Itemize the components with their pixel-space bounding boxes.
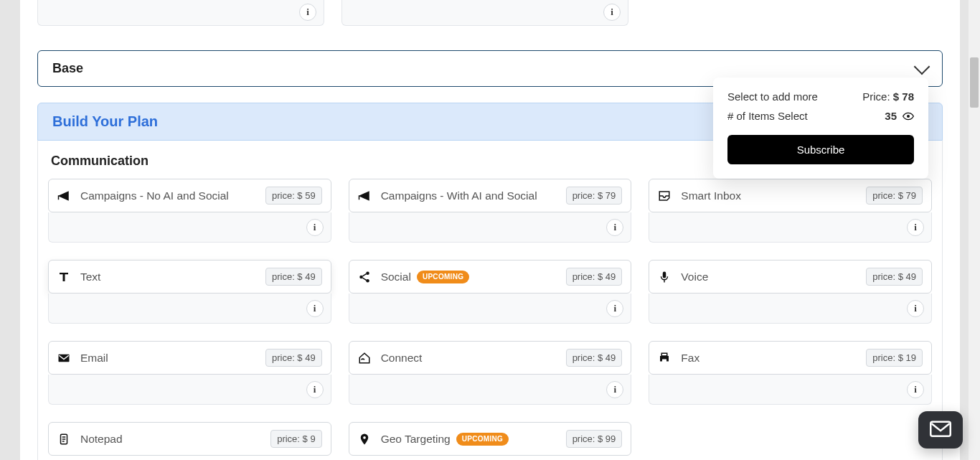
upcoming-badge: UPCOMING [417, 271, 469, 283]
top-card-stub: i [37, 0, 324, 26]
connect-icon [358, 352, 371, 365]
social-icon [358, 271, 371, 283]
plan-card-select-campaigns-ai[interactable]: Campaigns - With AI and Socialprice: $ 7… [349, 179, 632, 212]
fax-icon [658, 352, 671, 365]
plan-card-label: Text [80, 271, 255, 283]
plan-card-select-notepad[interactable]: Notepadprice: $ 9 [48, 422, 331, 456]
plan-card-select-smart-inbox[interactable]: Smart Inboxprice: $ 79 [649, 179, 932, 212]
chevron-down-icon [914, 58, 930, 75]
price-chip: price: $ 49 [866, 268, 923, 286]
plan-card-connect: Connectprice: $ 49i [349, 341, 632, 405]
info-icon[interactable]: i [306, 381, 324, 398]
summary-price-label: Price: [862, 90, 890, 103]
svg-point-0 [359, 275, 363, 278]
plan-card-label: Campaigns - With AI and Social [381, 189, 556, 202]
plan-card-fax: Faxprice: $ 19i [649, 341, 932, 405]
plan-card-detail-email: i [48, 375, 331, 405]
plan-card-grid: Campaigns - No AI and Socialprice: $ 59i… [48, 179, 932, 456]
plan-card-label: Geo TargetingUPCOMING [381, 433, 556, 446]
plan-card-label: Connect [381, 352, 556, 365]
plan-card-label: Campaigns - No AI and Social [80, 189, 255, 202]
price-chip: price: $ 19 [866, 349, 923, 367]
build-plan-body: Communication Campaigns - No AI and Soci… [37, 141, 943, 460]
text-icon [57, 271, 70, 283]
plan-card-detail-fax: i [649, 375, 932, 405]
svg-rect-6 [662, 353, 668, 356]
email-icon [57, 352, 70, 365]
plan-card-label: Notepad [80, 433, 260, 446]
info-icon[interactable]: i [606, 381, 623, 398]
plan-card-notepad: Notepadprice: $ 9 [48, 422, 331, 456]
price-chip: price: $ 79 [866, 187, 923, 205]
price-chip: price: $ 49 [566, 349, 623, 367]
price-chip: price: $ 9 [270, 430, 321, 448]
plan-card-campaigns-noai: Campaigns - No AI and Socialprice: $ 59i [48, 179, 331, 243]
info-icon[interactable]: i [907, 219, 924, 236]
eye-icon[interactable] [903, 111, 914, 122]
plan-card-select-fax[interactable]: Faxprice: $ 19 [649, 341, 932, 375]
plan-card-detail-social: i [349, 294, 632, 324]
svg-rect-11 [930, 422, 951, 436]
plan-card-label: Voice [681, 271, 856, 283]
top-card-row: i i [37, 0, 943, 26]
svg-rect-4 [59, 354, 70, 362]
summary-price-value: $ 78 [893, 90, 914, 103]
info-icon[interactable]: i [606, 219, 623, 236]
plan-card-select-connect[interactable]: Connectprice: $ 49 [349, 341, 632, 375]
smart-inbox-icon [658, 189, 671, 202]
summary-items-label: # of Items Select [727, 110, 808, 122]
geo-targeting-icon [358, 433, 371, 446]
price-chip: price: $ 49 [265, 349, 322, 367]
plan-card-detail-campaigns-noai: i [48, 212, 331, 243]
info-icon[interactable]: i [299, 4, 316, 21]
plan-card-label: SocialUPCOMING [381, 271, 556, 283]
svg-point-9 [363, 436, 366, 438]
top-card-stub: i [341, 0, 628, 26]
info-icon[interactable]: i [606, 300, 623, 317]
plan-card-select-geo-targeting[interactable]: Geo TargetingUPCOMINGprice: $ 99 [349, 422, 632, 456]
price-chip: price: $ 49 [265, 268, 322, 286]
pricing-summary-panel: Select to add more Price: $ 78 # of Item… [713, 78, 928, 179]
plan-card-voice: Voiceprice: $ 49i [649, 260, 932, 324]
price-chip: price: $ 79 [566, 187, 623, 205]
voice-icon [658, 271, 671, 283]
svg-rect-7 [662, 359, 666, 362]
info-icon[interactable]: i [907, 381, 924, 398]
price-chip: price: $ 99 [566, 430, 623, 448]
plan-card-select-voice[interactable]: Voiceprice: $ 49 [649, 260, 932, 294]
scrollbar-thumb[interactable] [970, 57, 979, 108]
campaigns-noai-icon [57, 189, 70, 202]
info-icon[interactable]: i [603, 4, 621, 21]
plan-card-social: SocialUPCOMINGprice: $ 49i [349, 260, 632, 324]
price-chip: price: $ 49 [566, 268, 623, 286]
plan-card-label: Smart Inbox [681, 189, 856, 202]
plan-card-detail-voice: i [649, 294, 932, 324]
plan-card-select-email[interactable]: Emailprice: $ 49 [48, 341, 331, 375]
plan-card-select-text[interactable]: Textprice: $ 49 [48, 260, 331, 294]
subscribe-button[interactable]: Subscribe [727, 135, 914, 164]
plan-card-select-campaigns-noai[interactable]: Campaigns - No AI and Socialprice: $ 59 [48, 179, 331, 212]
price-chip: price: $ 59 [265, 187, 322, 205]
info-icon[interactable]: i [306, 300, 324, 317]
plan-card-detail-campaigns-ai: i [349, 212, 632, 243]
mail-icon [930, 421, 951, 439]
plan-card-label: Email [80, 352, 255, 365]
page-scrollbar[interactable] [969, 0, 980, 460]
plan-card-select-social[interactable]: SocialUPCOMINGprice: $ 49 [349, 260, 632, 294]
summary-items-value: 35 [885, 110, 897, 122]
plan-card-label: Fax [681, 352, 856, 365]
notepad-icon [57, 433, 70, 446]
svg-rect-3 [663, 271, 666, 278]
plan-card-detail-text: i [48, 294, 331, 324]
plan-card-geo-targeting: Geo TargetingUPCOMINGprice: $ 99 [349, 422, 632, 456]
plan-card-detail-smart-inbox: i [649, 212, 932, 243]
svg-point-2 [366, 279, 369, 283]
chat-help-button[interactable] [918, 411, 963, 449]
plan-card-email: Emailprice: $ 49i [48, 341, 331, 405]
plan-card-text: Textprice: $ 49i [48, 260, 331, 324]
plan-card-detail-connect: i [349, 375, 632, 405]
upcoming-badge: UPCOMING [456, 433, 509, 446]
info-icon[interactable]: i [907, 300, 924, 317]
info-icon[interactable]: i [306, 219, 324, 236]
plan-card-campaigns-ai: Campaigns - With AI and Socialprice: $ 7… [349, 179, 632, 243]
